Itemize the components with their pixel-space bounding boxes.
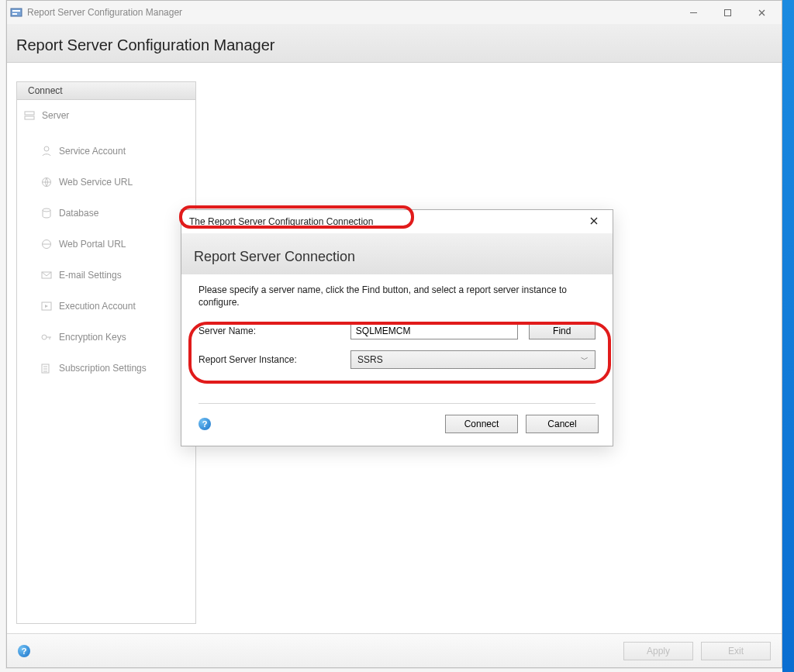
sidebar-item-server[interactable]: Server <box>17 100 195 131</box>
sidebar-item-label: Service Account <box>59 146 126 157</box>
window-title: Report Server Configuration Manager <box>27 7 676 18</box>
svg-point-7 <box>44 146 49 151</box>
dialog-heading: Report Server Connection <box>194 249 600 265</box>
svg-point-9 <box>43 208 50 212</box>
sidebar-item-web-portal-url[interactable]: Web Portal URL <box>17 229 195 260</box>
mail-icon <box>40 269 53 281</box>
connection-dialog: The Report Server Configuration Connecti… <box>181 209 613 446</box>
sidebar-item-label: E-mail Settings <box>59 270 122 281</box>
dialog-instruction: Please specify a server name, click the … <box>198 284 596 308</box>
dialog-title: The Report Server Configuration Connecti… <box>189 216 373 227</box>
sidebar-item-label: Execution Account <box>59 301 136 312</box>
sidebar-connect-label: Connect <box>28 85 63 96</box>
dialog-header-band: Report Server Connection <box>181 233 613 274</box>
sidebar-server-label: Server <box>42 110 69 121</box>
key-icon <box>40 331 53 343</box>
svg-rect-0 <box>11 9 22 16</box>
svg-rect-5 <box>25 112 34 115</box>
minimize-button[interactable] <box>676 2 710 23</box>
subscription-icon <box>40 362 53 374</box>
instance-selected-value: SSRS <box>357 354 383 365</box>
instance-combobox[interactable]: SSRS ﹀ <box>350 350 596 369</box>
sidebar-connect-header[interactable]: Connect <box>17 82 195 100</box>
close-button[interactable] <box>744 2 778 23</box>
sidebar-item-label: Subscription Settings <box>59 363 147 374</box>
exit-label: Exit <box>728 646 744 656</box>
find-button[interactable]: Find <box>529 322 596 339</box>
connect-button[interactable]: Connect <box>445 415 518 433</box>
sidebar-item-label: Encryption Keys <box>59 332 126 343</box>
svg-rect-1 <box>12 10 20 12</box>
execution-icon <box>40 300 53 312</box>
sidebar-item-service-account[interactable]: Service Account <box>17 136 195 167</box>
sidebar-item-web-service-url[interactable]: Web Service URL <box>17 167 195 198</box>
apply-button[interactable]: Apply <box>623 642 693 660</box>
dialog-help-icon[interactable]: ? <box>198 418 211 430</box>
page-title: Report Server Configuration Manager <box>16 36 772 54</box>
titlebar: Report Server Configuration Manager <box>7 1 782 24</box>
svg-rect-3 <box>690 12 697 13</box>
help-icon[interactable]: ? <box>18 645 30 657</box>
svg-rect-6 <box>25 116 34 119</box>
globe-icon <box>40 238 53 250</box>
instance-label: Report Server Instance: <box>198 354 350 365</box>
footer: ? Apply Exit <box>7 633 782 667</box>
server-icon <box>23 109 36 122</box>
sidebar-item-label: Database <box>59 208 98 219</box>
exit-button[interactable]: Exit <box>701 642 771 660</box>
web-icon <box>40 176 53 188</box>
maximize-button[interactable] <box>710 2 744 23</box>
apply-label: Apply <box>647 646 670 656</box>
sidebar-item-email-settings[interactable]: E-mail Settings <box>17 260 195 291</box>
database-icon <box>40 207 53 219</box>
sidebar-item-encryption-keys[interactable]: Encryption Keys <box>17 322 195 353</box>
cancel-button[interactable]: Cancel <box>526 415 599 433</box>
desktop-edge <box>782 0 794 672</box>
sidebar-item-database[interactable]: Database <box>17 198 195 229</box>
svg-rect-4 <box>724 9 730 16</box>
chevron-down-icon: ﹀ <box>581 354 589 365</box>
svg-point-13 <box>42 335 47 339</box>
sidebar-item-subscription-settings[interactable]: Subscription Settings <box>17 353 195 384</box>
server-name-input[interactable] <box>350 322 518 339</box>
sidebar-item-label: Web Service URL <box>59 177 133 188</box>
svg-rect-2 <box>12 13 17 15</box>
dialog-titlebar: The Report Server Configuration Connecti… <box>181 210 613 233</box>
sidebar-item-label: Web Portal URL <box>59 239 126 250</box>
dialog-close-button[interactable] <box>578 210 609 232</box>
account-icon <box>40 145 53 157</box>
sidebar: Connect Server Service Account Web S <box>16 81 196 624</box>
app-icon <box>10 6 22 19</box>
header-band: Report Server Configuration Manager <box>7 24 782 63</box>
server-name-label: Server Name: <box>198 326 350 336</box>
sidebar-item-execution-account[interactable]: Execution Account <box>17 291 195 322</box>
